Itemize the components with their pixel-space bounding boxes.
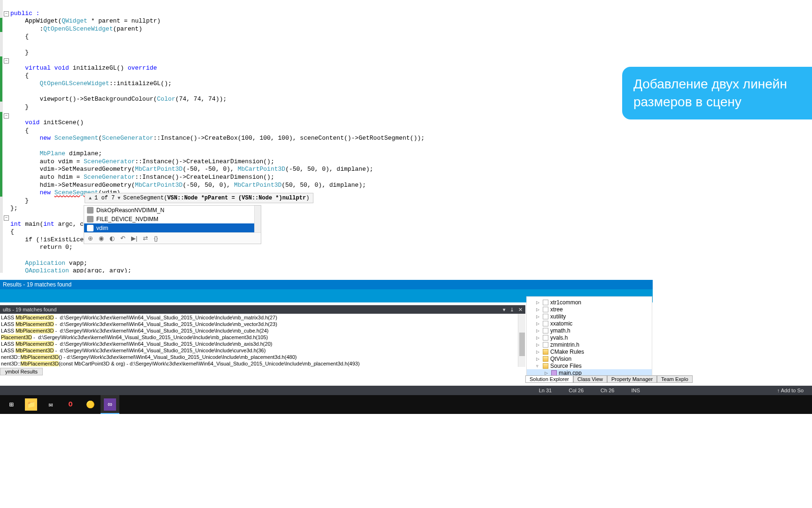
tree-item[interactable]: ▷xxatomic — [527, 320, 652, 327]
sig-prev-icon[interactable]: ▲ — [89, 196, 92, 201]
completion-filter-bar: ⊕ ◉ ◐ ↶ ▶| ⇄ {} — [84, 232, 261, 244]
solution-explorer[interactable]: ▷xtr1common▷xtree▷xutility▷xxatomic▷ymat… — [526, 296, 652, 381]
tree-item[interactable]: ▷CMake Rules — [527, 348, 652, 355]
tree-label: Source Files — [550, 363, 582, 369]
editor-gutter — [0, 0, 3, 273]
expand-icon[interactable]: ▷ — [536, 357, 541, 361]
tree-item[interactable]: ▷zmmintrin.h — [527, 341, 652, 348]
start-menu-button[interactable]: ⊞ — [2, 395, 21, 414]
filter-icon[interactable]: ◉ — [99, 235, 104, 242]
tree-item[interactable]: ▷QtVision — [527, 355, 652, 362]
tree-label: xxatomic — [550, 320, 572, 327]
expand-icon[interactable]: ▿ — [536, 364, 541, 368]
expand-icon[interactable]: ▷ — [545, 371, 549, 375]
taskbar: ⊞ 📁 ✉ O 🟡 ∞ — [0, 395, 812, 414]
tab-class-view[interactable]: Class View — [573, 375, 607, 383]
tab-solution-explorer[interactable]: Solution Explorer — [525, 375, 573, 383]
tree-item[interactable]: ▷yvals.h — [527, 334, 652, 341]
expand-icon[interactable]: ▷ — [536, 314, 541, 319]
file-icon — [543, 335, 548, 341]
expand-icon[interactable]: ▷ — [536, 300, 541, 305]
results-scrollbar[interactable] — [518, 314, 525, 367]
tree-item[interactable]: ▷xutility — [527, 313, 652, 320]
completion-label: FILE_DEVICE_NVDIMM — [96, 216, 158, 222]
results-tabs: ymbol Results — [0, 368, 43, 375]
results-row[interactable]: LASS MbPlacement3D - d:\Sergey\Work\c3d\… — [1, 341, 524, 348]
symbol-results-header: Results - 19 matches found — [0, 280, 653, 289]
status-ins: INS — [631, 388, 640, 393]
expand-icon[interactable]: ▷ — [536, 349, 541, 354]
tree-label: xtree — [550, 306, 563, 313]
taskbar-visual-studio[interactable]: ∞ — [101, 395, 119, 414]
results-row[interactable]: LASS MbPlacement3D - d:\Sergey\Work\c3d\… — [1, 348, 524, 354]
results-row[interactable]: LASS MbPlacement3D - d:\Sergey\Work\c3d\… — [1, 328, 524, 334]
filter-icon[interactable]: ▶| — [131, 235, 137, 242]
status-ch: Ch 26 — [601, 388, 614, 393]
expand-icon[interactable]: ▷ — [536, 335, 541, 340]
close-icon[interactable]: ✕ — [518, 307, 523, 312]
member-icon — [87, 216, 94, 222]
dropdown-icon[interactable]: ▾ — [503, 307, 506, 312]
filter-icon[interactable]: ◐ — [109, 235, 115, 242]
completion-item[interactable]: vdim — [84, 223, 261, 232]
file-icon — [543, 328, 548, 333]
completion-label: vdim — [96, 225, 108, 231]
tab-team-explorer[interactable]: Team Explo — [657, 375, 692, 383]
results-row[interactable]: LASS MbPlacement3D - d:\Sergey\Work\c3d\… — [1, 321, 524, 328]
results-titlebar: ults - 19 matches found ▾ ⤓ ✕ — [0, 305, 525, 314]
sig-next-icon[interactable]: ▼ — [117, 196, 120, 201]
tree-item[interactable]: ▷xtree — [527, 306, 652, 313]
tab-symbol-results[interactable]: ymbol Results — [0, 368, 43, 375]
tree-label: ymath.h — [550, 327, 570, 334]
fold-toggle-icon[interactable]: − — [4, 215, 9, 221]
taskbar-mail[interactable]: ✉ — [41, 395, 60, 414]
filter-icon[interactable]: {} — [154, 235, 158, 242]
expand-icon[interactable]: ▷ — [536, 307, 541, 312]
annotation-bubble: Добавление двух линейн размеров в сцену — [622, 67, 812, 119]
status-col: Col 26 — [569, 388, 584, 393]
results-row[interactable]: nent3D::MbPlacement3D() - d:\Sergey\Work… — [1, 354, 524, 361]
fold-toggle-icon[interactable]: − — [4, 58, 9, 64]
tree-item[interactable]: ▷xtr1common — [527, 299, 652, 306]
tree-label: zmmintrin.h — [550, 341, 579, 348]
results-list[interactable]: LASS MbPlacement3D - d:\Sergey\Work\c3d\… — [0, 314, 525, 366]
expand-icon[interactable]: ▷ — [536, 342, 541, 347]
cpp-icon — [551, 370, 557, 376]
filter-icon[interactable]: ↶ — [120, 235, 125, 242]
member-icon — [87, 225, 94, 231]
expand-icon[interactable]: ▷ — [536, 321, 541, 326]
code-editor[interactable]: − − − − public : AppWidget(QWidget * par… — [0, 0, 653, 273]
tab-property-manager[interactable]: Property Manager — [607, 375, 657, 383]
completion-label: DiskOpReasonNVDIMM_N — [96, 207, 164, 214]
fold-toggle-icon[interactable]: − — [4, 11, 9, 16]
tree-item[interactable]: ▷ymath.h — [527, 327, 652, 334]
completion-item[interactable]: DiskOpReasonNVDIMM_N — [84, 206, 261, 214]
results-row[interactable]: nent3D::MbPlacement3D(const MbCartPoint3… — [1, 361, 524, 366]
fold-icon — [543, 363, 548, 369]
pin-icon[interactable]: ⤓ — [510, 307, 514, 312]
fold-icon — [543, 356, 548, 362]
taskbar-file-explorer[interactable]: 📁 — [22, 395, 40, 414]
results-row[interactable]: Placement3D - d:\Sergey\Work\c3d\ex\kern… — [1, 334, 524, 341]
expand-icon[interactable]: ▷ — [536, 328, 541, 333]
find-results-panel: ults - 19 matches found ▾ ⤓ ✕ LASS MbPla… — [0, 305, 525, 375]
taskbar-opera[interactable]: O — [61, 395, 80, 414]
results-row[interactable]: LASS MbPlacement3D - d:\Sergey\Work\c3d\… — [1, 315, 524, 321]
filter-icon[interactable]: ⇄ — [143, 235, 148, 242]
file-icon — [543, 321, 548, 326]
file-icon — [543, 300, 548, 305]
status-add-source-control[interactable]: ↑ Add to So — [777, 388, 804, 393]
completion-scrollbar[interactable] — [254, 206, 261, 232]
intellisense-completion-list[interactable]: DiskOpReasonNVDIMM_N FILE_DEVICE_NVDIMM … — [84, 205, 261, 244]
completion-item[interactable]: FILE_DEVICE_NVDIMM — [84, 214, 261, 223]
member-icon — [87, 207, 94, 214]
taskbar-chrome[interactable]: 🟡 — [81, 395, 100, 414]
sig-counter: 1 of 7 — [94, 195, 115, 201]
tree-item[interactable]: ▿Source Files — [527, 362, 652, 369]
filter-icon[interactable]: ⊕ — [88, 235, 93, 242]
sig-text: SceneSegment(VSN::Node *pParent = (VSN::… — [123, 195, 309, 201]
file-icon — [543, 307, 548, 312]
file-icon — [543, 342, 548, 348]
fold-toggle-icon[interactable]: − — [4, 113, 9, 119]
results-title-text: ults - 19 matches found — [3, 305, 56, 314]
